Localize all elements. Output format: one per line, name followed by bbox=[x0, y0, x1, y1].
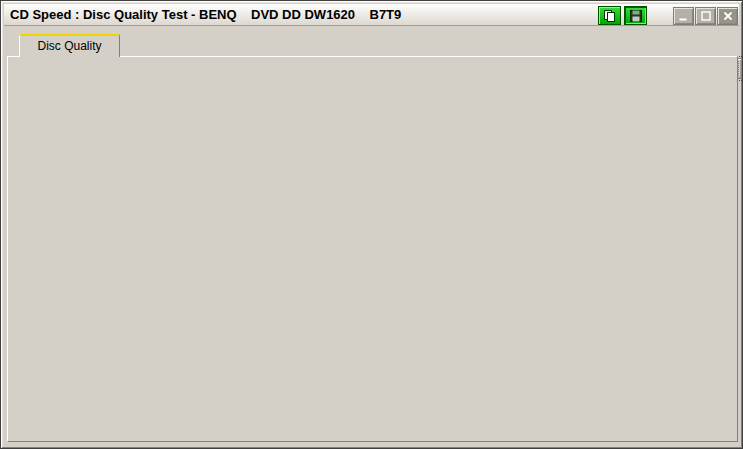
title-bar[interactable]: CD Speed : Disc Quality Test - BENQ DVD … bbox=[4, 4, 739, 26]
copy-icon[interactable] bbox=[598, 6, 621, 25]
tab-disc-quality[interactable]: Disc Quality bbox=[19, 34, 120, 57]
minimize-icon[interactable] bbox=[673, 7, 694, 25]
maximize-icon[interactable] bbox=[695, 7, 716, 25]
tab-label: Disc Quality bbox=[37, 39, 101, 53]
tab-page bbox=[7, 56, 738, 442]
save-icon[interactable] bbox=[624, 6, 647, 25]
window-title: CD Speed : Disc Quality Test - BENQ DVD … bbox=[10, 4, 401, 26]
app-window: CD Speed : Disc Quality Test - BENQ DVD … bbox=[0, 0, 743, 449]
close-icon[interactable] bbox=[717, 7, 738, 25]
